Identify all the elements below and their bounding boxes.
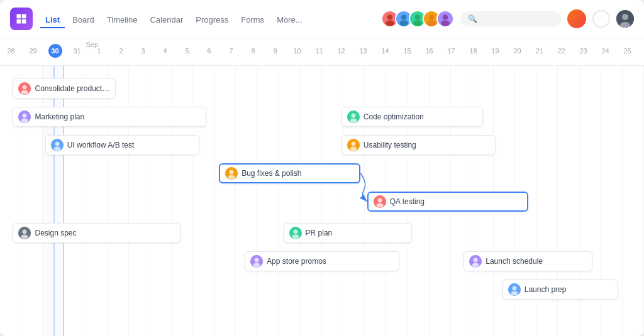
tab-list[interactable]: List — [40, 13, 65, 28]
avatar-5 — [436, 10, 454, 28]
svg-point-16 — [21, 90, 28, 95]
task-avatar-t2 — [18, 111, 31, 123]
svg-point-3 — [399, 21, 408, 26]
task-label-t10: App store promos — [267, 257, 326, 266]
date-cell-23: 23 — [572, 38, 594, 63]
date-cell-19: 19 — [484, 38, 506, 63]
date-cell-9: 9 — [264, 38, 286, 63]
date-cell-1: 1 — [88, 38, 110, 63]
date-cell-7: 7 — [220, 38, 242, 63]
task-label-t8: Design spec — [35, 229, 76, 237]
svg-point-42 — [255, 258, 259, 263]
svg-point-40 — [292, 235, 299, 239]
tab-calendar[interactable]: Calendar — [145, 13, 188, 28]
task-bar-t11[interactable]: Launch schedule — [464, 251, 592, 271]
header: List Board Timeline Calendar Progress Fo… — [0, 0, 644, 38]
task-bar-t5[interactable]: Code optimization — [341, 107, 483, 127]
task-bar-t10[interactable]: App store promos — [245, 251, 399, 271]
svg-point-25 — [228, 175, 235, 180]
task-label-t2: Marketing plan — [35, 112, 84, 121]
svg-point-11 — [622, 14, 628, 20]
tab-board[interactable]: Board — [67, 13, 99, 28]
date-cell-30: 30 — [44, 38, 66, 63]
task-label-t1: Consolidate product spec feedback — [35, 84, 110, 93]
avatar-group — [381, 10, 454, 28]
add-button[interactable] — [567, 9, 586, 28]
search-icon: 🔍 — [468, 14, 477, 23]
task-avatar-t7 — [374, 195, 386, 208]
date-cell-12: 12 — [330, 38, 352, 63]
svg-point-9 — [441, 21, 450, 26]
task-label-t7: QA testing — [390, 197, 425, 206]
svg-point-37 — [21, 235, 28, 239]
svg-point-46 — [472, 263, 479, 268]
svg-point-31 — [350, 147, 357, 151]
task-label-t4: Bug fixes & polish — [242, 169, 301, 178]
search-box[interactable]: 🔍 — [460, 11, 561, 26]
task-bar-t8[interactable]: Design spec — [13, 223, 180, 243]
task-avatar-t3 — [51, 139, 64, 151]
date-cell-8: 8 — [242, 38, 264, 63]
task-bar-t6[interactable]: Usability testing — [341, 135, 496, 155]
svg-point-33 — [377, 198, 382, 203]
svg-point-19 — [21, 119, 28, 123]
date-cell-26: 26 — [638, 38, 644, 63]
svg-point-39 — [293, 230, 297, 234]
svg-point-49 — [511, 291, 518, 296]
date-cell-5: 5 — [176, 38, 198, 63]
date-cell-3: 3 — [132, 38, 154, 63]
tab-progress[interactable]: Progress — [191, 13, 233, 28]
task-avatar-t11 — [469, 255, 482, 268]
task-bar-t9[interactable]: PR plan — [284, 223, 413, 243]
svg-point-1 — [386, 21, 394, 26]
date-cell-13: 13 — [352, 38, 374, 63]
task-avatar-t6 — [347, 139, 360, 151]
header-right: 🔍 — [381, 9, 634, 28]
logo-icon — [15, 13, 28, 25]
task-bar-t12[interactable]: Launch prep — [502, 279, 618, 300]
svg-point-7 — [427, 21, 436, 26]
task-bar-t4[interactable]: Bug fixes & polish — [219, 163, 360, 183]
task-bar-t7[interactable]: QA testing — [367, 192, 528, 212]
task-bar-t3[interactable]: UI workflow A/B test — [45, 135, 200, 155]
tab-forms[interactable]: Forms — [236, 13, 269, 28]
svg-point-24 — [230, 170, 234, 175]
date-cell-22: 22 — [550, 38, 572, 63]
user-avatar[interactable] — [616, 10, 634, 28]
task-avatar-t1 — [18, 82, 31, 95]
svg-point-15 — [23, 85, 27, 90]
svg-point-8 — [443, 14, 448, 20]
task-avatar-t4 — [225, 167, 238, 180]
date-cell-20: 20 — [506, 38, 528, 63]
task-bar-t1[interactable]: Consolidate product spec feedback — [13, 79, 116, 99]
task-avatar-t8 — [18, 227, 31, 239]
task-label-t9: PR plan — [306, 229, 333, 237]
date-cell-15: 15 — [396, 38, 418, 63]
date-cell-6: 6 — [198, 38, 220, 63]
svg-point-43 — [253, 263, 260, 268]
dates-row: Sep2829303112345678910111213141516171819… — [0, 38, 644, 66]
date-cell-21: 21 — [528, 38, 550, 63]
svg-point-4 — [415, 14, 421, 20]
date-cell-24: 24 — [594, 38, 616, 63]
date-cell-16: 16 — [418, 38, 440, 63]
help-button[interactable] — [592, 10, 610, 28]
task-bar-t2[interactable]: Marketing plan — [13, 107, 206, 127]
timeline-wrapper: Sep2829303112345678910111213141516171819… — [0, 38, 644, 336]
tab-timeline[interactable]: Timeline — [102, 13, 143, 28]
svg-point-21 — [55, 142, 59, 146]
gantt-body[interactable]: Consolidate product spec feedbackMarketi… — [0, 66, 644, 336]
svg-point-6 — [429, 14, 435, 20]
app-logo — [10, 8, 33, 30]
svg-point-2 — [401, 14, 407, 20]
svg-point-36 — [23, 230, 27, 234]
date-cell-29: 29 — [22, 38, 44, 63]
task-label-t11: Launch schedule — [486, 257, 543, 266]
grid-col-15 — [322, 66, 343, 336]
tab-more[interactable]: More... — [272, 13, 307, 28]
date-cell-18: 18 — [462, 38, 484, 63]
date-cell-17: 17 — [440, 38, 462, 63]
date-cell-31: 31 — [66, 38, 88, 63]
task-label-t12: Launch prep — [525, 285, 567, 294]
svg-point-5 — [413, 21, 422, 26]
